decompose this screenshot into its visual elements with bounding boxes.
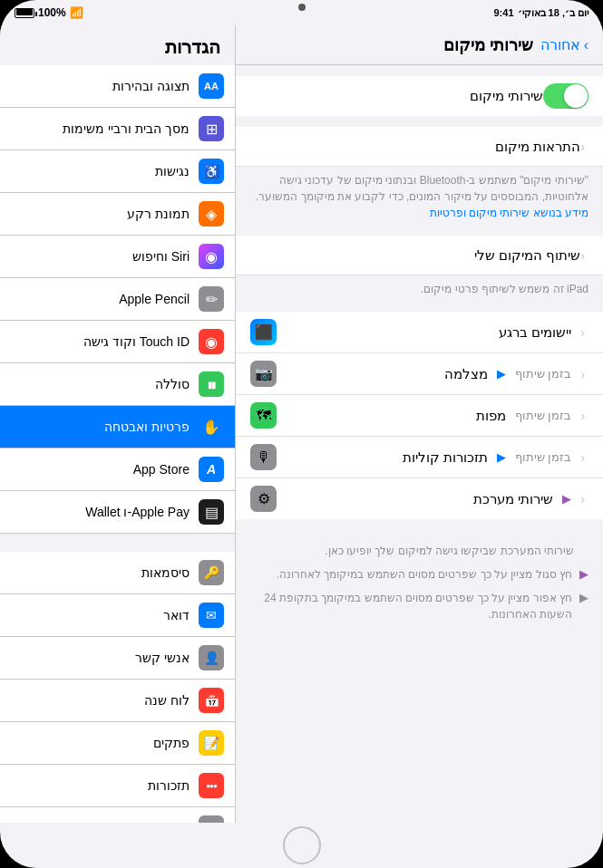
sidebar-icon-touch-id: ◉ (199, 329, 224, 354)
app-row-system-services[interactable]: ‹ ▶ שירותי מערכת ⚙ (236, 478, 603, 519)
sidebar-icon-privacy: ✋ (199, 414, 224, 439)
app-name-flash-apps: יישומים ברגע (286, 324, 571, 341)
footer-main-note: שירותי המערכת שביקשו גישה למיקום שלך יופ… (250, 537, 588, 563)
sidebar-item-wallpaper[interactable]: ◈ תמונת רקע (0, 193, 235, 236)
app-name-maps: מפות (286, 408, 506, 424)
footer-note-0: ▶ חץ סגול מציין על כך שפרטים מסוים השתמש… (250, 563, 588, 586)
detail-panel: › אחורה שירותי מיקום שירותי מיקום ‹ ה (236, 25, 603, 823)
row-chevron-camera: ‹ (580, 367, 585, 381)
sidebar-icon-calendar: 📅 (199, 688, 224, 713)
sidebar-item-label-calendar: לוח שנה (11, 693, 190, 708)
sidebar-icon-notes: 📝 (199, 730, 224, 756)
share-my-location-row[interactable]: ‹ התראות מיקום (236, 127, 603, 167)
location-services-info-group: ‹ התראות מיקום "שירותי מיקום" משתמש ב-Bl… (236, 127, 603, 225)
sidebar-icon-battery: ▮▮ (199, 371, 224, 397)
time-label-maps: בזמן שיתוף (515, 409, 572, 422)
footer-note-1: ▶ חץ אפור מציין על כך שפרטים מסוים השתמש… (250, 586, 588, 626)
sidebar-icon-voice-memos: 🎙 (199, 815, 224, 823)
sidebar-item-passwords[interactable]: 🔑 סיסמאות (0, 552, 235, 594)
share-location-group: ‹ שיתוף המיקום שלי iPad זה משמש לשיתוף פ… (236, 236, 603, 301)
sidebar-item-label-home-screen: מסך הבית ורביי משימות (11, 121, 190, 136)
sidebar-item-label-touch-id: Touch ID וקוד גישה (11, 334, 190, 349)
sidebar-item-contacts[interactable]: 👤 אנשי קשר (0, 637, 235, 680)
back-button[interactable]: › אחורה (540, 36, 588, 53)
sidebar-item-touch-id[interactable]: ◉ Touch ID וקוד גישה (0, 321, 235, 363)
back-chevron-icon: › (584, 37, 588, 53)
sidebar-icon-wallpaper: ◈ (199, 201, 224, 227)
app-name-system-services: שירותי מערכת (286, 491, 553, 507)
sidebar-item-calendar[interactable]: 📅 לוח שנה (0, 680, 235, 722)
time-label-voice-memos-app: בזמן שיתוף (515, 450, 572, 464)
back-label[interactable]: אחורה (540, 36, 580, 53)
sidebar-item-label-siri: Siri וחיפוש (11, 249, 190, 264)
battery-icon (15, 8, 34, 18)
sidebar-icon-siri: ◉ (199, 244, 224, 269)
app-row-camera[interactable]: ‹ בזמן שיתוף ▶ מצלמה 📷 (236, 353, 603, 395)
sidebar-icon-home-screen: ⊞ (199, 116, 224, 141)
sidebar-item-label-wallet: Apple Pay-ו Wallet (11, 505, 190, 519)
home-button[interactable] (283, 826, 321, 864)
chevron-icon: ‹ (580, 140, 585, 154)
location-services-toggle[interactable] (543, 83, 588, 109)
footer-note-text-0: חץ סגול מציין על כך שפרטים מסוים השתמש ב… (277, 566, 572, 583)
sidebar-item-label-voice-memos: תזכורות קוליות (11, 821, 190, 823)
sidebar-item-notes[interactable]: 📝 פתקים (0, 722, 235, 765)
share-location-row[interactable]: ‹ שיתוף המיקום שלי (236, 236, 603, 275)
location-services-toggle-row[interactable]: שירותי מיקום (236, 76, 603, 116)
sidebar-item-apple-pencil[interactable]: ✏ Apple Pencil (0, 278, 235, 321)
sidebar-item-reminders[interactable]: ●●● תזכורות (0, 765, 235, 807)
app-row-flash-apps[interactable]: ‹ יישומים ברגע ⬛ (236, 312, 603, 353)
location-arrow-blue-voice-memos-app: ▶ (497, 450, 506, 464)
sidebar-item-display[interactable]: AA תצוגה ובהירות (0, 65, 235, 108)
app-row-voice-memos-app[interactable]: ‹ בזמן שיתוף ▶ תזכורות קוליות 🎙 (236, 437, 603, 478)
status-date: יום ב׳, 18 באוקי׳ (518, 7, 588, 19)
sidebar-item-label-contacts: אנשי קשר (11, 651, 190, 665)
share-location-desc-text: iPad זה משמש לשיתוף פרטי מיקום. (421, 283, 588, 295)
camera-dot (298, 4, 306, 11)
sidebar-item-battery[interactable]: ▮▮ סוללה (0, 363, 235, 406)
share-my-location-label: התראות מיקום (250, 139, 580, 155)
sidebar-item-accessibility[interactable]: ♿ נגישות (0, 150, 235, 193)
row-chevron-flash-apps: ‹ (580, 325, 585, 340)
sidebar-item-label-privacy: פרטיות ואבטחה (11, 420, 190, 434)
sidebar-header: הגדרות (0, 25, 235, 65)
sidebar-icon-passwords: 🔑 (199, 560, 224, 585)
row-chevron-maps: ‹ (580, 409, 585, 423)
location-services-label: שירותי מיקום (250, 88, 543, 104)
chevron-icon-2: ‹ (580, 248, 585, 263)
sidebar-icon-wallet: ▤ (199, 499, 224, 525)
time-label-camera: בזמן שיתוף (515, 367, 572, 381)
app-name-camera: מצלמה (286, 366, 488, 382)
sidebar-icon-mail: ✉ (199, 603, 224, 628)
footer-note-text-1: חץ אפור מציין על כך שפרטים מסוים השתמש ב… (250, 590, 572, 622)
sidebar-item-privacy[interactable]: ✋ פרטיות ואבטחה (0, 406, 235, 448)
sidebar-icon-app-store: A (199, 457, 224, 482)
app-row-maps[interactable]: ‹ בזמן שיתוף מפות 🗺 (236, 395, 603, 437)
status-time: 9:41 (493, 7, 513, 18)
screen-content: הגדרות AA תצוגה ובהירות ⊞ מסך הבית ורביי… (0, 25, 603, 823)
sidebar-item-label-app-store: App Store (11, 462, 190, 477)
sidebar-item-label-wallpaper: תמונת רקע (11, 207, 190, 221)
app-icon-flash-apps: ⬛ (250, 319, 277, 345)
toggle-knob (564, 84, 588, 108)
sidebar-item-voice-memos[interactable]: 🎙 תזכורות קוליות (0, 807, 235, 823)
sidebar-icon-apple-pencil: ✏ (199, 286, 224, 312)
sidebar-item-siri[interactable]: ◉ Siri וחיפוש (0, 236, 235, 278)
sidebar-icon-contacts: 👤 (199, 645, 224, 670)
location-services-group: שירותי מיקום (236, 76, 603, 116)
sidebar-item-mail[interactable]: ✉ דואר (0, 594, 235, 637)
apps-container: ‹ יישומים ברגע ⬛ ‹ בזמן שיתוף ▶ מצלמה 📷 … (236, 312, 603, 519)
sidebar-item-home-screen[interactable]: ⊞ מסך הבית ורביי משימות (0, 108, 235, 150)
share-location-desc: iPad זה משמש לשיתוף פרטי מיקום. (236, 275, 603, 301)
sidebar-icon-accessibility: ♿ (199, 159, 224, 184)
sidebar-icon-reminders: ●●● (199, 773, 224, 798)
footer-notes-container: ▶ חץ סגול מציין על כך שפרטים מסוים השתמש… (250, 563, 588, 626)
sidebar-items-container: AA תצוגה ובהירות ⊞ מסך הבית ורביי משימות… (0, 65, 235, 823)
sidebar-item-app-store[interactable]: A App Store (0, 448, 235, 491)
sidebar: הגדרות AA תצוגה ובהירות ⊞ מסך הבית ורביי… (0, 25, 236, 823)
share-location-label: שיתוף המיקום שלי (250, 247, 580, 264)
app-icon-voice-memos-app: 🎙 (250, 444, 277, 470)
sidebar-icon-display: AA (199, 73, 224, 99)
sidebar-item-wallet[interactable]: ▤ Apple Pay-ו Wallet (0, 491, 235, 534)
location-privacy-link[interactable]: מידע בנושא שירותי מיקום ופרטיות (430, 207, 588, 219)
